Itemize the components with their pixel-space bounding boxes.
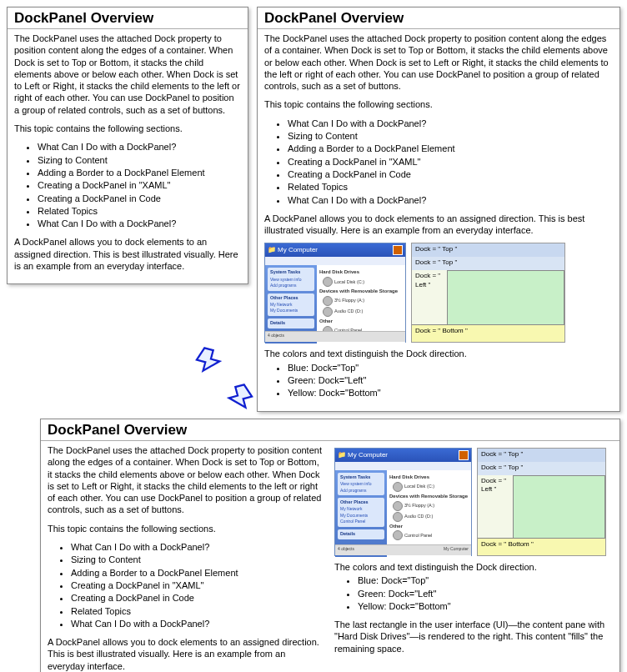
- panel-title: DockPanel Overview: [8, 8, 248, 29]
- toc-list: What Can I Do with a DockPanel? Sizing t…: [264, 118, 613, 206]
- drive-icon: [393, 482, 403, 492]
- toc-item: Adding a Border to a DockPanel Element: [38, 167, 241, 178]
- panel-title: DockPanel Overview: [258, 8, 619, 29]
- dock-fill-region: [513, 475, 605, 542]
- side-heading: System Tasks: [340, 474, 382, 480]
- toc-item: Adding a Border to a DockPanel Element: [71, 567, 323, 579]
- explorer-titlebar: 📁 My Computer: [265, 243, 405, 257]
- drive-icon: [393, 501, 403, 511]
- side-link: My Network: [270, 302, 312, 308]
- dock-demo-thumb: Dock = " Top " Dock = " Top " Dock = " L…: [477, 448, 606, 556]
- para2: A DockPanel allows you to dock elements …: [14, 236, 241, 272]
- side-link: Add programs: [340, 488, 382, 494]
- panel-3: DockPanel Overview The DockPanel uses th…: [40, 419, 620, 672]
- toc-item: Sizing to Content: [71, 554, 323, 565]
- toc-item: Creating a DockPanel in "XAML": [38, 179, 241, 191]
- toc-item: What Can I Do with a DockPanel?: [288, 194, 613, 206]
- side-link: My Documents: [340, 513, 382, 519]
- dock-bottom-region: Dock = " Bottom ": [478, 538, 605, 555]
- side-link: My Documents: [270, 308, 312, 313]
- panel-2: DockPanel Overview The DockPanel uses th…: [257, 7, 620, 412]
- toc-item: What Can I Do with a DockPanel?: [71, 541, 323, 553]
- side-link: My Network: [340, 506, 382, 512]
- drive-item: Local Disk (C:): [393, 482, 469, 492]
- drive-item: Local Disk (C:): [323, 277, 403, 287]
- section-heading: Hard Disk Drives: [319, 269, 403, 276]
- explorer-caption: My Computer: [348, 451, 456, 459]
- item-label: 3½ Floppy (A:): [334, 298, 364, 303]
- toc-item: What Can I Do with a DockPanel?: [38, 141, 241, 153]
- arrow-icon: [223, 384, 253, 414]
- toc-item: What Can I Do with a DockPanel?: [71, 618, 323, 629]
- right-column: 📁 My Computer System Tasks View system i…: [334, 444, 613, 672]
- item-label: Audio CD (D:): [334, 308, 363, 314]
- section-heading: Devices with Removable Storage: [389, 494, 469, 500]
- side-group: Other Places My Network My Documents Con…: [338, 498, 384, 527]
- toc-item: Creating a DockPanel in "XAML": [71, 579, 323, 591]
- explorer-titlebar: 📁 My Computer: [335, 449, 471, 462]
- panel-1: DockPanel Overview The DockPanel uses th…: [7, 7, 248, 284]
- drive-item: 3½ Floppy (A:): [393, 501, 469, 511]
- color-item: Blue: Dock="Top": [288, 362, 613, 374]
- toc-intro: This topic contains the following sectio…: [264, 98, 613, 110]
- status-left: 4 objects: [268, 333, 284, 338]
- side-group: System Tasks View system info Add progra…: [338, 473, 384, 495]
- arrow-icon: [195, 347, 225, 377]
- item-label: Local Disk (C:): [404, 484, 434, 489]
- side-link: Add programs: [270, 283, 312, 288]
- colors-intro: The colors and text distinguish the Dock…: [264, 348, 613, 359]
- toc-item: Creating a DockPanel in Code: [71, 592, 323, 604]
- explorer-statusbar: 4 objects: [265, 331, 405, 342]
- side-group: System Tasks View system info Add progra…: [268, 268, 314, 290]
- side-link: Control Panel: [340, 519, 382, 524]
- toc-list: What Can I Do with a DockPanel? Sizing t…: [48, 541, 323, 629]
- dock-bottom-region: Dock = " Bottom ": [412, 324, 564, 342]
- drive-icon: [323, 307, 333, 317]
- toc-item: Creating a DockPanel in Code: [38, 193, 241, 204]
- side-group: Details: [338, 529, 384, 539]
- toc-item: Related Topics: [288, 181, 613, 193]
- colors-list: Blue: Dock="Top" Green: Dock="Left" Yell…: [264, 362, 613, 399]
- section-heading: Other: [319, 318, 403, 325]
- dock-fill-region: [447, 270, 564, 328]
- toc-item: Related Topics: [38, 205, 241, 217]
- drive-item: Audio CD (D:): [393, 512, 469, 522]
- drive-icon: [393, 512, 403, 522]
- explorer-thumb: 📁 My Computer System Tasks View system i…: [264, 243, 406, 343]
- toc-item: Adding a Border to a DockPanel Element: [288, 143, 613, 154]
- colors-intro: The colors and text distinguish the Dock…: [334, 561, 613, 573]
- toc-intro: This topic contains the following sectio…: [14, 123, 241, 134]
- item-label: 3½ Floppy (A:): [404, 503, 434, 509]
- intro-text: The DockPanel uses the attached Dock pro…: [264, 33, 613, 92]
- explorer-thumb: 📁 My Computer System Tasks View system i…: [334, 448, 472, 556]
- panel-body: The DockPanel uses the attached Dock pro…: [8, 29, 248, 283]
- side-link: View system info: [270, 277, 312, 283]
- status-left: 4 objects: [338, 546, 354, 551]
- panel-body: The DockPanel uses the attached Dock pro…: [258, 29, 619, 411]
- close-icon: [393, 245, 403, 255]
- explorer-statusbar: 4 objects My Computer: [335, 544, 471, 555]
- panel-title: DockPanel Overview: [41, 419, 619, 441]
- toc-item: Sizing to Content: [288, 130, 613, 142]
- toc-item: What Can I Do with a DockPanel?: [38, 218, 241, 229]
- side-group: Other Places My Network My Documents: [268, 293, 314, 316]
- color-item: Yellow: Dock="Bottom": [358, 600, 613, 612]
- toc-list: What Can I Do with a DockPanel? Sizing t…: [14, 141, 241, 229]
- folder-icon: 📁: [268, 246, 276, 254]
- status-right: My Computer: [444, 546, 469, 552]
- para2: A DockPanel allows you to dock elements …: [48, 636, 323, 672]
- left-column: The DockPanel uses the attached Dock pro…: [48, 444, 323, 672]
- item-label: Local Disk (C:): [334, 279, 364, 285]
- explorer-caption: My Computer: [278, 246, 390, 254]
- item-label: Audio CD (D:): [404, 514, 433, 519]
- side-heading: Other Places: [270, 295, 312, 301]
- side-heading: Details: [270, 320, 312, 326]
- dock-demo-thumb: Dock = " Top " Dock = " Top " Dock = " L…: [411, 243, 565, 343]
- drive-item: Control Panel: [393, 530, 469, 540]
- drive-icon: [323, 296, 333, 306]
- color-item: Yellow: Dock="Bottom": [288, 387, 613, 399]
- folder-icon: 📁: [338, 451, 346, 459]
- drive-item: Audio CD (D:): [323, 307, 403, 317]
- thumbnails-row: 📁 My Computer System Tasks View system i…: [264, 243, 613, 343]
- toc-intro: This topic contains the following sectio…: [48, 523, 323, 534]
